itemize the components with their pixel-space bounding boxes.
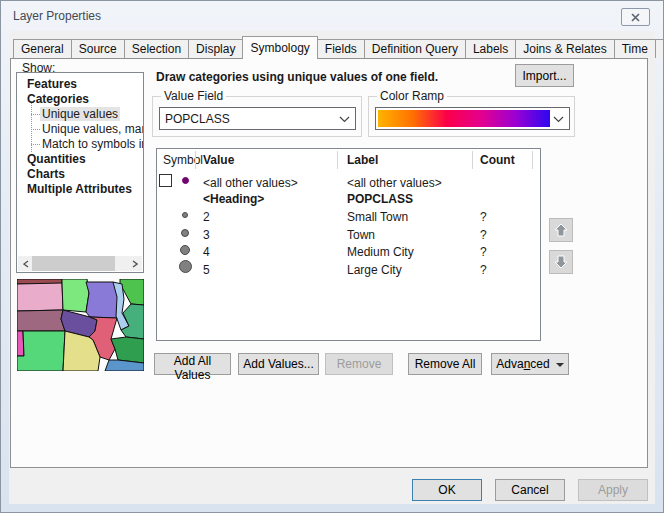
table-cell-label: Town <box>347 228 375 242</box>
table-cell-label: POPCLASS <box>347 192 413 206</box>
ok-button[interactable]: OK <box>412 479 482 501</box>
tab-display[interactable]: Display <box>188 39 243 58</box>
color-ramp-group: Color Ramp <box>368 96 575 137</box>
tab-labels[interactable]: Labels <box>465 39 516 58</box>
tree-item-multiple-attributes[interactable]: Multiple Attributes <box>17 182 143 197</box>
tab-symbology[interactable]: Symbology <box>242 36 317 59</box>
symbol-class-2[interactable] <box>157 207 195 224</box>
symbol-class-4[interactable] <box>157 242 195 259</box>
value-field-group: Value Field POPCLASS <box>152 96 362 137</box>
panel-description: Draw categories using unique values of o… <box>156 70 438 84</box>
tree-item-unique-values[interactable]: Unique values <box>17 107 143 122</box>
color-ramp-preview <box>378 110 550 127</box>
tree-item-unique-values-many[interactable]: Unique values, many <box>17 122 143 137</box>
advanced-button[interactable]: Advanced <box>491 353 569 375</box>
scroll-right-icon[interactable] <box>127 256 142 271</box>
color-ramp-label: Color Ramp <box>377 89 447 103</box>
value-field-dropdown[interactable]: POPCLASS <box>159 107 356 130</box>
col-header-symbol: Symbol <box>163 153 203 167</box>
table-cell-count: ? <box>480 210 487 224</box>
color-ramp-dropdown[interactable] <box>375 107 570 130</box>
tab-source[interactable]: Source <box>71 39 125 58</box>
remove-all-button[interactable]: Remove All <box>408 353 482 375</box>
table-cell-label: Small Town <box>347 210 408 224</box>
tab-time[interactable]: Time <box>614 39 656 58</box>
arrow-up-icon <box>553 222 569 238</box>
tree-item-charts[interactable]: Charts <box>17 167 143 182</box>
table-cell-count: ? <box>480 228 487 242</box>
table-row[interactable]: 2 <box>203 210 210 224</box>
dialog-client-area: General Source Selection Display Symbolo… <box>9 31 655 504</box>
circle-symbol-icon <box>182 212 188 218</box>
tree-item-match-to-symbols[interactable]: Match to symbols in a <box>17 137 143 152</box>
col-header-count: Count <box>480 153 515 167</box>
tree-horizontal-scrollbar[interactable] <box>18 256 142 271</box>
col-header-value: Value <box>203 153 234 167</box>
close-icon <box>631 13 640 22</box>
table-cell-count: ? <box>480 263 487 277</box>
tree-item-features[interactable]: Features <box>17 77 143 92</box>
tab-general[interactable]: General <box>13 39 72 58</box>
symbol-value-table[interactable]: Symbol Value Label Count <all other valu… <box>156 148 541 341</box>
table-row[interactable]: 4 <box>203 245 210 259</box>
symbology-tab-panel: Show: Features Categories Unique values … <box>10 58 648 468</box>
circle-symbol-icon <box>179 260 192 273</box>
layer-properties-dialog: Layer Properties General Source Selectio… <box>0 0 664 513</box>
scrollbar-thumb[interactable] <box>32 256 115 271</box>
arrow-down-icon <box>553 254 569 270</box>
close-button[interactable] <box>621 8 650 26</box>
cancel-button[interactable]: Cancel <box>495 479 565 501</box>
table-row[interactable]: 5 <box>203 263 210 277</box>
table-cell-label: Large City <box>347 263 402 277</box>
symbol-class-3[interactable] <box>157 225 195 242</box>
table-cell-label: Medium City <box>347 245 414 259</box>
tab-definition-query[interactable]: Definition Query <box>364 39 466 58</box>
import-button[interactable]: Import... <box>515 64 574 87</box>
tree-item-quantities[interactable]: Quantities <box>17 152 143 167</box>
dialog-title: Layer Properties <box>13 9 101 23</box>
circle-symbol-icon <box>180 245 190 255</box>
table-row[interactable]: 3 <box>203 228 210 242</box>
symbol-all-other-values[interactable] <box>157 173 195 190</box>
add-values-button[interactable]: Add Values... <box>238 353 319 375</box>
move-up-button[interactable] <box>549 218 573 242</box>
tab-selection[interactable]: Selection <box>124 39 189 58</box>
tab-html-popup[interactable]: HTML Popup <box>655 39 664 58</box>
chevron-down-icon <box>339 116 350 123</box>
tab-strip: General Source Selection Display Symbolo… <box>13 37 664 58</box>
tree-item-categories[interactable]: Categories <box>17 92 143 107</box>
tab-fields[interactable]: Fields <box>317 39 365 58</box>
move-down-button[interactable] <box>549 250 573 274</box>
symbol-class-5[interactable] <box>157 259 195 276</box>
map-preview <box>17 279 144 371</box>
dropdown-arrow-icon <box>556 363 564 367</box>
categories-children: Unique values Unique values, many Match … <box>17 107 143 152</box>
chevron-down-icon <box>553 116 564 123</box>
table-cell-count: ? <box>480 245 487 259</box>
remove-button[interactable]: Remove <box>325 353 393 375</box>
col-header-label: Label <box>347 153 378 167</box>
add-all-values-button[interactable]: Add All Values <box>154 353 231 375</box>
all-other-values-checkbox[interactable] <box>159 174 172 187</box>
apply-button[interactable]: Apply <box>578 479 648 501</box>
scroll-left-icon[interactable] <box>18 256 33 271</box>
show-tree-listbox[interactable]: Features Categories Unique values Unique… <box>16 72 144 273</box>
table-cell-label: <all other values> <box>347 176 442 190</box>
tab-joins-relates[interactable]: Joins & Relates <box>515 39 614 58</box>
title-bar[interactable]: Layer Properties <box>1 1 663 31</box>
value-field-selected: POPCLASS <box>165 112 230 126</box>
circle-symbol-icon <box>181 229 189 237</box>
table-row[interactable]: <all other values> <box>203 176 298 190</box>
all-other-values-symbol-icon <box>182 177 189 184</box>
table-row[interactable]: <Heading> <box>203 192 264 206</box>
value-field-label: Value Field <box>161 89 226 103</box>
